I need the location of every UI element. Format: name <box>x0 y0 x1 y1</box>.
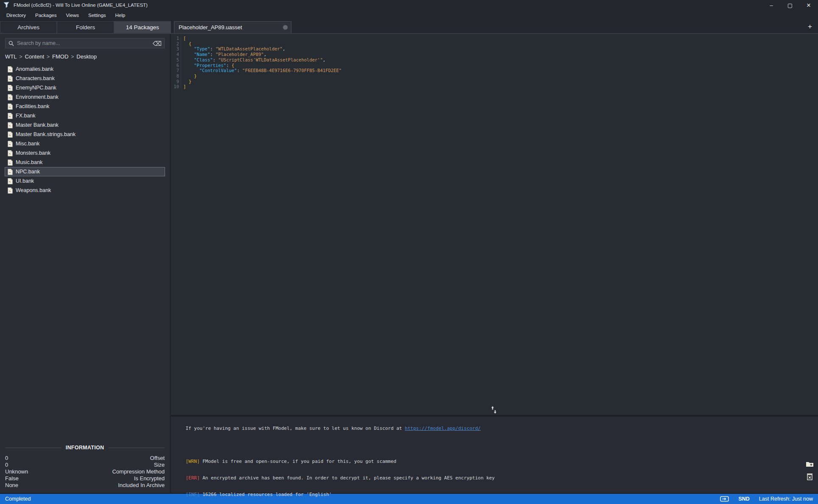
log-text: If you're having an issue with FModel, m… <box>186 426 481 431</box>
line-number: 2 <box>171 41 181 47</box>
file-list-item[interactable]: EnemyNPC.bank <box>5 83 165 92</box>
bank-file-icon <box>8 113 13 119</box>
menu-item[interactable]: Directory <box>2 11 31 19</box>
window-controls: – ▢ ✕ <box>762 0 818 10</box>
file-name: UI.bank <box>16 178 34 184</box>
file-list-item[interactable]: FX.bank <box>5 111 165 120</box>
code-text: "Type": "WTLDataAssetPlaceholder", <box>183 46 285 52</box>
clear-search-icon[interactable]: ⌫ <box>153 40 162 47</box>
file-name: FX.bank <box>16 113 36 119</box>
breadcrumb: WTL Content FMOD Desktop <box>5 53 165 60</box>
nav-tab[interactable]: Folders <box>57 21 114 33</box>
file-name: Weapons.bank <box>16 187 51 193</box>
code-text: "Properties": { <box>183 63 234 68</box>
tab-close-dot-icon[interactable] <box>283 25 288 30</box>
file-list-item[interactable]: Anomalies.bank <box>5 64 165 74</box>
info-row: False Is Encrypted <box>5 475 165 482</box>
file-list-item[interactable]: Characters.bank <box>5 74 165 83</box>
vertical-resize-cursor-icon <box>491 406 497 414</box>
bank-file-icon <box>8 66 13 72</box>
menu-item[interactable]: Help <box>111 11 130 19</box>
file-list-item[interactable]: UI.bank <box>5 176 165 186</box>
document-tab[interactable]: Placeholder_AP89.uasset <box>174 21 291 33</box>
file-name: Monsters.bank <box>16 150 50 156</box>
breadcrumb-item[interactable]: WTL <box>5 53 17 60</box>
bank-file-icon <box>8 159 13 166</box>
log-panel: If you're having an issue with FModel, m… <box>171 417 818 493</box>
bank-file-icon <box>8 75 13 82</box>
breadcrumb-item[interactable]: FMOD <box>47 53 68 60</box>
menu-item[interactable]: Views <box>62 11 84 19</box>
file-list-item[interactable]: Weapons.bank <box>5 186 165 195</box>
file-name: Music.bank <box>16 159 42 165</box>
menu-item[interactable]: Packages <box>31 11 62 19</box>
code-editor[interactable]: 1 [ 2 { 3 "Type": "WTLDataAssetPlacehold… <box>171 34 818 415</box>
info-row: 0 Offset <box>5 455 165 462</box>
navigation-tabs: Archives Folders 14 Packages <box>0 20 171 33</box>
file-name: Anomalies.bank <box>16 66 53 72</box>
menu-item[interactable]: Settings <box>84 11 111 19</box>
minimize-button[interactable]: – <box>762 0 781 10</box>
divider <box>5 448 62 448</box>
breadcrumb-item[interactable]: Desktop <box>71 53 97 60</box>
code-text: [ <box>183 36 186 41</box>
info-row: None Included In Archive <box>5 482 165 489</box>
search-box: ⌫ <box>5 38 165 48</box>
file-list: Anomalies.bank Characters.bank EnemyNPC.… <box>0 64 170 195</box>
info-value: 0 <box>5 455 8 462</box>
menu-bar: Directory Packages Views Settings Help <box>0 10 818 20</box>
log-text: [ERR] An encrypted archive has been foun… <box>186 475 495 481</box>
info-label: Offset <box>150 455 165 462</box>
file-list-item[interactable]: Monsters.bank <box>5 148 165 158</box>
code-text: ] <box>183 84 186 89</box>
code-line: 4 "Name": "Placeholder_AP89", <box>171 52 818 57</box>
info-row: 0 Size <box>5 462 165 468</box>
file-list-item[interactable]: NPC.bank <box>5 167 165 176</box>
open-output-folder-icon[interactable] <box>806 461 814 467</box>
status-message: Completed <box>5 496 31 502</box>
log-line <box>174 437 818 453</box>
code-line: 9 } <box>171 79 818 84</box>
search-icon <box>8 41 14 46</box>
file-name: NPC.bank <box>16 169 40 175</box>
information-panel: INFORMATION 0 Offset 0 Size Unknown Comp… <box>5 445 165 489</box>
code-text: "Class": "UScriptClass'WTLDataAssetPlace… <box>183 57 325 63</box>
line-number: 6 <box>171 63 181 68</box>
breadcrumb-item[interactable]: Content <box>19 53 44 60</box>
clear-log-icon[interactable] <box>807 473 813 480</box>
code-line: 6 "Properties": { <box>171 63 818 68</box>
bank-file-icon <box>8 169 13 175</box>
file-name: Misc.bank <box>16 141 39 147</box>
file-list-item[interactable]: Environment.bank <box>5 92 165 102</box>
document-tab-bar: Placeholder_AP89.uasset + <box>171 20 818 33</box>
window-title: FModel (c6c8cf2) - Will To Live Online (… <box>14 3 148 8</box>
tab-strip: Archives Folders 14 Packages Placeholder… <box>0 20 818 34</box>
file-list-item[interactable]: Master Bank.bank <box>5 120 165 130</box>
bank-file-icon <box>8 94 13 100</box>
sidebar-spacer <box>0 195 170 445</box>
file-list-item[interactable]: Misc.bank <box>5 139 165 148</box>
code-text: "ControlValue": "F6EEB48B-4E9716E6-7970F… <box>183 68 342 73</box>
maximize-button[interactable]: ▢ <box>781 0 799 10</box>
search-input[interactable] <box>17 40 153 46</box>
info-value: Unknown <box>5 468 28 475</box>
info-label: Size <box>154 462 165 468</box>
close-button[interactable]: ✕ <box>799 0 818 10</box>
file-list-item[interactable]: Master Bank.strings.bank <box>5 130 165 139</box>
nav-tab[interactable]: 14 Packages <box>114 21 171 33</box>
bank-file-icon <box>8 187 13 194</box>
code-text: { <box>183 41 191 47</box>
info-value: 0 <box>5 462 8 468</box>
file-list-item[interactable]: Music.bank <box>5 158 165 167</box>
new-tab-button[interactable]: + <box>805 22 815 31</box>
code-line: 3 "Type": "WTLDataAssetPlaceholder", <box>171 46 818 52</box>
log-line: [ERR] An encrypted archive has been foun… <box>174 470 818 486</box>
line-number: 7 <box>171 68 181 73</box>
line-number: 8 <box>171 73 181 79</box>
nav-tab[interactable]: Archives <box>0 21 57 33</box>
bank-file-icon <box>8 131 13 138</box>
log-text: [INF] 16266 localized resources loaded f… <box>186 492 332 497</box>
file-list-item[interactable]: Facilities.bank <box>5 102 165 111</box>
info-label: Included In Archive <box>118 482 165 489</box>
code-text: } <box>183 73 197 79</box>
